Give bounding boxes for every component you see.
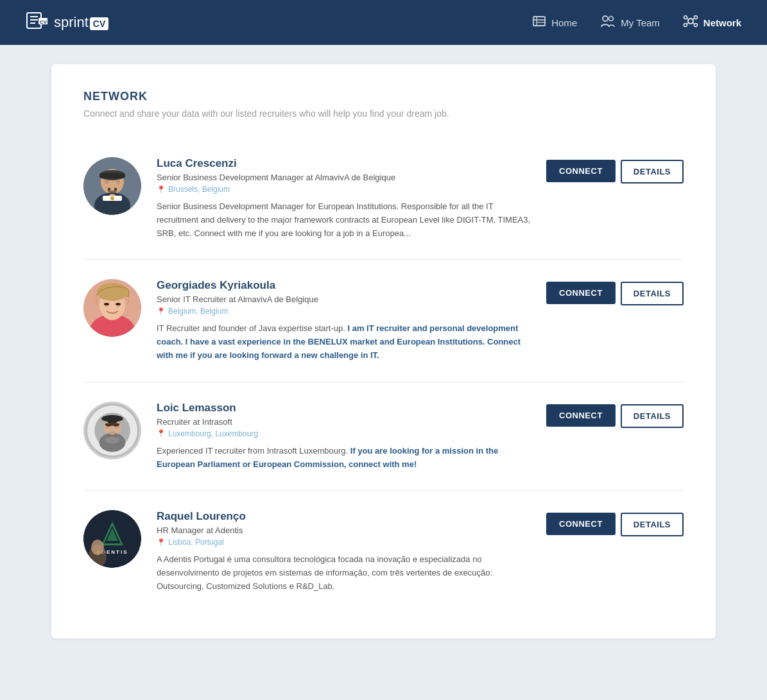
- svg-point-41: [104, 303, 109, 305]
- recruiter-role: Recruiter at Intrasoft: [157, 417, 531, 427]
- main-content: NETWORK Connect and share your data with…: [0, 45, 767, 658]
- recruiter-name: Loic Lemasson: [157, 402, 531, 414]
- recruiter-item: Luca Crescenzi Senior Business Developme…: [83, 138, 684, 260]
- svg-point-55: [101, 415, 123, 422]
- recruiter-bio: Senior Business Development Manager for …: [157, 200, 531, 240]
- recruiter-name: Georgiades Kyriakoula: [157, 279, 531, 292]
- recruiter-location: 📍 Luxembourg, Luxembourg: [157, 429, 531, 438]
- svg-rect-30: [108, 188, 110, 191]
- details-button[interactable]: DETAILS: [621, 282, 684, 305]
- avatar: ADENTIS: [83, 510, 141, 568]
- svg-point-52: [109, 431, 115, 435]
- recruiter-actions: CONNECT DETAILS: [546, 402, 684, 428]
- recruiter-role: Senior Business Development Manager at A…: [157, 173, 531, 182]
- recruiter-info: Loic Lemasson Recruiter at Intrasoft 📍 L…: [157, 402, 531, 472]
- svg-point-15: [684, 23, 687, 26]
- svg-line-19: [687, 22, 689, 24]
- svg-point-16: [694, 23, 697, 26]
- network-icon: [683, 14, 698, 31]
- svg-point-42: [116, 303, 121, 305]
- svg-point-14: [694, 15, 697, 19]
- connect-button[interactable]: CONNECT: [546, 160, 616, 182]
- recruiter-bio: A Adentis Portugal é uma consultora tecn…: [157, 553, 531, 593]
- recruiter-item: Georgiades Kyriakoula Senior IT Recruite…: [83, 260, 684, 382]
- page-title: NETWORK: [83, 90, 684, 103]
- recruiter-info: Georgiades Kyriakoula Senior IT Recruite…: [157, 279, 531, 362]
- header: CV sprintCV Home: [0, 0, 767, 45]
- connect-button[interactable]: CONNECT: [546, 404, 616, 427]
- recruiter-actions: CONNECT DETAILS: [546, 157, 684, 184]
- nav-home[interactable]: Home: [532, 14, 577, 31]
- svg-point-11: [609, 16, 614, 21]
- svg-point-10: [603, 16, 608, 21]
- recruiter-item: Loic Lemasson Recruiter at Intrasoft 📍 L…: [83, 382, 684, 491]
- svg-rect-51: [114, 424, 118, 426]
- nav-my-team-label: My Team: [621, 17, 660, 28]
- location-pin-icon: 📍: [157, 538, 166, 547]
- recruiter-bio: Experienced IT recruiter from Intrasoft …: [157, 445, 531, 472]
- recruiter-list: Luca Crescenzi Senior Business Developme…: [83, 138, 684, 613]
- nav-network-label: Network: [703, 17, 741, 28]
- avatar: [83, 157, 141, 215]
- recruiter-actions: CONNECT DETAILS: [546, 510, 684, 536]
- recruiter-role: Senior IT Recruiter at AlmavivA de Belgi…: [157, 295, 531, 304]
- avatar: [83, 402, 141, 459]
- recruiter-actions: CONNECT DETAILS: [546, 279, 684, 305]
- nav-home-label: Home: [551, 17, 577, 28]
- team-icon: [600, 14, 616, 31]
- nav-my-team[interactable]: My Team: [600, 14, 660, 31]
- recruiter-bio: IT Recruiter and founder of Java experti…: [157, 322, 531, 362]
- svg-point-34: [110, 196, 114, 200]
- location-pin-icon: 📍: [157, 185, 166, 194]
- home-icon: [532, 14, 546, 31]
- page-subtitle: Connect and share your data with our lis…: [83, 108, 684, 119]
- svg-point-27: [105, 180, 108, 184]
- svg-point-12: [688, 19, 693, 24]
- svg-point-62: [91, 540, 104, 555]
- svg-line-17: [687, 18, 689, 20]
- network-card: NETWORK Connect and share your data with…: [51, 64, 716, 638]
- logo-text: sprintCV: [54, 14, 108, 31]
- svg-text:CV: CV: [40, 19, 47, 25]
- logo-icon: CV: [26, 9, 49, 37]
- svg-rect-26: [99, 173, 125, 178]
- recruiter-item: ADENTIS Raquel Lourenço HR Manager at Ad…: [83, 491, 684, 612]
- recruiter-name: Raquel Lourenço: [157, 510, 531, 523]
- svg-point-28: [116, 180, 120, 184]
- svg-point-53: [105, 436, 119, 443]
- svg-rect-50: [107, 424, 111, 426]
- location-pin-icon: 📍: [157, 429, 166, 438]
- avatar: [83, 279, 141, 337]
- location-pin-icon: 📍: [157, 307, 166, 316]
- svg-rect-6: [533, 17, 545, 26]
- svg-rect-29: [108, 191, 117, 192]
- svg-line-18: [693, 18, 694, 20]
- details-button[interactable]: DETAILS: [621, 513, 684, 536]
- main-nav: Home My Team: [532, 14, 741, 31]
- details-button[interactable]: DETAILS: [621, 404, 684, 428]
- recruiter-location: 📍 Belgium, Belgium: [157, 307, 531, 316]
- logo: CV sprintCV: [26, 9, 108, 37]
- recruiter-role: HR Manager at Adentis: [157, 525, 531, 535]
- svg-rect-31: [114, 188, 117, 191]
- recruiter-name: Luca Crescenzi: [157, 157, 531, 170]
- svg-point-13: [684, 15, 687, 19]
- recruiter-info: Luca Crescenzi Senior Business Developme…: [157, 157, 531, 240]
- recruiter-info: Raquel Lourenço HR Manager at Adentis 📍 …: [157, 510, 531, 593]
- nav-network[interactable]: Network: [683, 14, 741, 31]
- svg-line-20: [693, 22, 694, 24]
- connect-button[interactable]: CONNECT: [546, 282, 616, 304]
- recruiter-location: 📍 Lisboa, Portugal: [157, 538, 531, 547]
- details-button[interactable]: DETAILS: [621, 160, 684, 184]
- recruiter-location: 📍 Brussels, Belgium: [157, 185, 531, 194]
- connect-button[interactable]: CONNECT: [546, 513, 616, 535]
